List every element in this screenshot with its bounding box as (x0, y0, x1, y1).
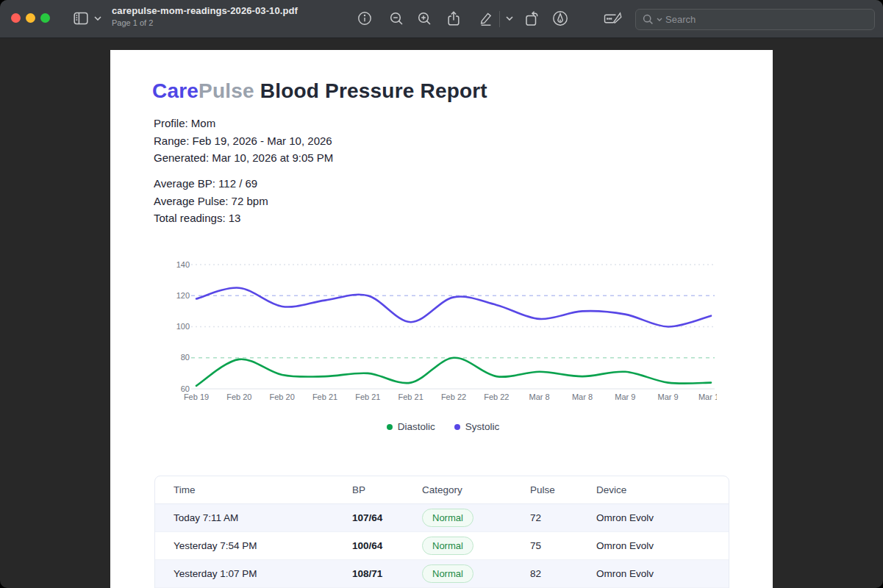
chevron-down-icon (506, 16, 513, 21)
rotate-button[interactable] (523, 10, 540, 27)
search-input[interactable] (665, 14, 868, 25)
chart-legend: Diastolic Systolic (169, 421, 717, 432)
svg-text:Feb 19: Feb 19 (184, 392, 209, 401)
col-header-bp: BP (352, 484, 422, 495)
svg-text:Feb 21: Feb 21 (355, 392, 380, 401)
zoom-in-icon (417, 11, 432, 26)
minimize-button[interactable] (26, 13, 35, 23)
sidebar-menu-chevron[interactable] (93, 10, 103, 27)
search-scope-chevron-icon (657, 18, 662, 21)
zoom-out-icon (389, 11, 404, 26)
category-badge: Normal (422, 509, 473, 527)
systolic-line (196, 288, 711, 327)
cell-bp: 100/64 (352, 540, 422, 551)
report-stats: Average BP: 112 / 69 Average Pulse: 72 b… (154, 175, 268, 227)
info-button[interactable] (356, 10, 373, 27)
window-title: carepulse-mom-readings-2026-03-10.pdf (112, 5, 298, 16)
markup-menu-chevron[interactable] (504, 10, 515, 27)
svg-text:Feb 22: Feb 22 (484, 392, 509, 401)
signature-field-icon (603, 10, 623, 26)
cell-device: Omron Evolv (596, 540, 729, 551)
cell-bp: 107/64 (352, 512, 422, 523)
svg-text:Feb 21: Feb 21 (398, 392, 423, 401)
meta-range: Range: Feb 19, 2026 - Mar 10, 2026 (154, 132, 333, 150)
report-meta: Profile: Mom Range: Feb 19, 2026 - Mar 1… (154, 115, 333, 167)
meta-profile: Profile: Mom (154, 115, 333, 132)
systolic-dot-icon (454, 424, 460, 430)
svg-text:Feb 22: Feb 22 (441, 392, 466, 401)
table-header-row: Time BP Category Pulse Device (155, 476, 729, 504)
window-title-block: carepulse-mom-readings-2026-03-10.pdf Pa… (112, 5, 298, 27)
sidebar-toggle-button[interactable] (72, 10, 90, 27)
traffic-lights (11, 13, 50, 23)
stat-average-bp: Average BP: 112 / 69 (154, 175, 268, 193)
svg-text:140: 140 (176, 260, 190, 269)
col-header-category: Category (422, 484, 530, 495)
preview-window: carepulse-mom-readings-2026-03-10.pdf Pa… (0, 0, 883, 588)
zoom-in-button[interactable] (415, 10, 433, 27)
cell-time: Yesterday 7:54 PM (174, 540, 352, 551)
report-title-rest: Blood Pressure Report (254, 79, 487, 102)
search-field[interactable] (635, 9, 875, 30)
stat-total-readings: Total readings: 13 (154, 209, 268, 227)
cell-category: Normal (422, 537, 530, 555)
cell-category: Normal (422, 509, 530, 527)
diastolic-dot-icon (387, 424, 393, 430)
legend-item-diastolic: Diastolic (387, 421, 435, 432)
pdf-page: CarePulse Blood Pressure Report Profile:… (110, 50, 773, 588)
svg-text:Mar 9: Mar 9 (615, 392, 635, 401)
fullscreen-button[interactable] (40, 13, 50, 23)
share-button[interactable] (445, 10, 462, 27)
sidebar-icon (72, 10, 90, 27)
svg-text:Mar 8: Mar 8 (529, 392, 550, 401)
table-body: Today 7:11 AM 107/64 Normal 72 Omron Evo… (155, 504, 729, 588)
col-header-pulse: Pulse (530, 484, 596, 495)
table-row: Yesterday 1:07 PM 108/71 Normal 82 Omron… (155, 560, 729, 588)
readings-table: Time BP Category Pulse Device Today 7:11… (154, 476, 729, 588)
cell-time: Today 7:11 AM (174, 512, 352, 523)
cell-time: Yesterday 1:07 PM (174, 568, 352, 579)
svg-text:Mar 9: Mar 9 (658, 392, 679, 401)
rotate-icon (523, 10, 540, 26)
report-title: CarePulse Blood Pressure Report (152, 79, 487, 103)
info-icon (357, 11, 372, 26)
svg-text:Feb 20: Feb 20 (270, 392, 295, 401)
bp-line-chart: 6080100120140Feb 19Feb 20Feb 20Feb 21Feb… (169, 259, 717, 410)
category-badge: Normal (422, 564, 473, 583)
toolbar-divider (499, 11, 500, 27)
col-header-device: Device (596, 484, 729, 495)
titlebar: carepulse-mom-readings-2026-03-10.pdf Pa… (0, 0, 883, 38)
brand-care: Care (152, 79, 199, 102)
cell-pulse: 82 (530, 568, 596, 579)
legend-label-systolic: Systolic (465, 421, 500, 432)
svg-text:Mar 10: Mar 10 (698, 392, 717, 401)
legend-item-systolic: Systolic (454, 421, 500, 432)
svg-text:Feb 21: Feb 21 (312, 392, 337, 401)
fill-sign-button[interactable] (602, 10, 623, 27)
cell-device: Omron Evolv (596, 568, 729, 579)
svg-text:Feb 20: Feb 20 (226, 392, 251, 401)
svg-text:120: 120 (176, 291, 190, 300)
category-badge: Normal (422, 537, 473, 555)
col-header-time: Time (174, 484, 352, 495)
diastolic-line (196, 358, 711, 386)
pen-nib-circle-icon (552, 10, 568, 26)
svg-text:100: 100 (176, 322, 190, 331)
draw-button[interactable] (551, 10, 569, 27)
svg-text:Mar 8: Mar 8 (572, 392, 593, 401)
cell-bp: 108/71 (352, 568, 422, 579)
bp-chart-svg: 6080100120140Feb 19Feb 20Feb 20Feb 21Feb… (169, 259, 717, 410)
cell-pulse: 75 (530, 540, 596, 551)
cell-pulse: 72 (530, 512, 596, 523)
table-row: Today 7:11 AM 107/64 Normal 72 Omron Evo… (155, 504, 729, 532)
markup-button[interactable] (477, 10, 495, 27)
share-icon (446, 10, 461, 26)
highlighter-pen-icon (478, 10, 494, 26)
meta-generated: Generated: Mar 10, 2026 at 9:05 PM (154, 149, 333, 167)
close-button[interactable] (11, 13, 21, 23)
table-row: Yesterday 7:54 PM 100/64 Normal 75 Omron… (155, 532, 729, 560)
search-icon (643, 14, 654, 25)
zoom-out-button[interactable] (387, 10, 405, 27)
cell-device: Omron Evolv (596, 512, 729, 523)
stat-average-pulse: Average Pulse: 72 bpm (154, 193, 268, 210)
